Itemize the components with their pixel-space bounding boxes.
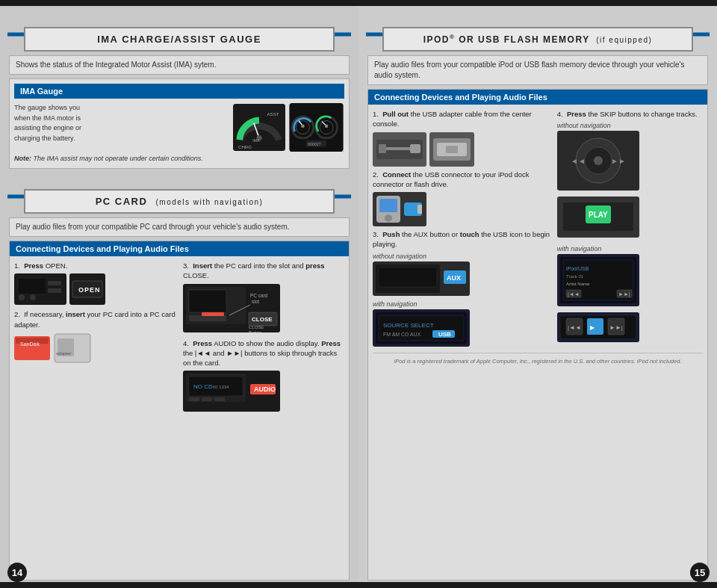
svg-text:ASST: ASST (267, 111, 279, 117)
svg-text:AUDIO: AUDIO (254, 386, 276, 393)
svg-text:CLOSE: CLOSE (249, 325, 264, 329)
svg-rect-35 (189, 315, 226, 321)
svg-rect-36 (202, 312, 224, 316)
svg-text:NO CD: NO CD (193, 383, 213, 390)
ipod-title: IPOD® OR USB FLASH MEMORY (423, 34, 594, 45)
step3-aux-image: AUX (373, 261, 551, 299)
right-connecting-box: Connecting Devices and Playing Audio Fil… (367, 89, 708, 581)
svg-rect-68 (418, 205, 422, 214)
ima-gauge-svg1: CHRG ASST IMA (233, 103, 285, 152)
step3-image-container: CLOSE PC card slot CLOSE Button (183, 284, 344, 335)
ima-gauge-content: The gauge shows you when the IMA motor i… (14, 103, 344, 164)
ima-banner-line-left (7, 32, 24, 36)
svg-text:IMA: IMA (252, 138, 260, 143)
step2-connect-images (373, 192, 551, 226)
step3-bold2: press (305, 261, 324, 270)
right-page: IPOD® OR USB FLASH MEMORY (if equipped) … (358, 0, 717, 588)
top-bar-left (0, 0, 358, 6)
svg-text:|◄◄: |◄◄ (568, 324, 581, 331)
pc-card-title: PC CARD (96, 196, 148, 207)
right-connecting-content: 1. Pull out the USB adapter cable from t… (368, 105, 707, 372)
left-steps-col1: 1. Press OPEN. (14, 261, 176, 415)
svg-text:CLOSE: CLOSE (252, 316, 273, 323)
svg-rect-65 (379, 199, 397, 212)
ipod-line-right (693, 32, 710, 36)
with-nav-label2: with navigation (557, 245, 703, 253)
step1-pull: Pull out (382, 110, 409, 118)
svg-text:USB: USB (438, 331, 451, 338)
left-page: IMA CHARGE/ASSIST GAUGE Shows the status… (0, 0, 358, 588)
svg-rect-71 (379, 267, 437, 287)
without-nav-label1: without navigation (373, 253, 551, 260)
svg-text:◄◄: ◄◄ (571, 157, 586, 165)
svg-text:FM  AM  CD  AUX: FM AM CD AUX (383, 332, 421, 337)
gauge-text-l3: assisting the engine or (14, 124, 81, 131)
page-num-left: 14 (7, 563, 27, 582)
step3-push: Push (382, 230, 400, 238)
pc-card-subtitle: (models with navigation) (156, 198, 264, 206)
svg-text:SanDisk: SanDisk (20, 341, 40, 347)
pc-card-banner-wrapper: PC CARD (models with navigation) (24, 179, 335, 214)
step3-label: 3. Insert the PC card into the slot and … (183, 261, 344, 281)
ima-gauge-text: The gauge shows you when the IMA motor i… (14, 103, 227, 164)
svg-rect-49 (189, 397, 199, 401)
right-col-left: 1. Pull out the USB adapter cable from t… (373, 109, 551, 350)
right-connecting-title: Connecting Devices and Playing Audio Fil… (368, 90, 707, 105)
svg-text:Button: Button (249, 330, 261, 332)
step1-usb-images (373, 132, 551, 167)
pc-card-line-left (7, 194, 24, 198)
bottom-bar-left (0, 582, 358, 588)
ipod-footnote: iPod is a registered trademark of Apple … (373, 353, 703, 368)
right-two-col: 1. Pull out the USB adapter cable from t… (373, 109, 703, 350)
right-col-right: 4. Press the SKIP buttons to change trac… (557, 109, 703, 350)
right-step1: 1. Pull out the USB adapter cable from t… (373, 109, 551, 129)
page-num-right: 15 (690, 563, 710, 582)
svg-text:►►|: ►►| (609, 324, 623, 331)
svg-text:00 1234: 00 1234 (213, 385, 229, 389)
pc-card-desc-box: Play audio files from your compatible PC… (9, 217, 350, 237)
svg-rect-51 (214, 397, 225, 401)
step4-bold1: Press (193, 339, 212, 347)
step2-connect: Connect (382, 170, 411, 179)
step1-bold: Press (24, 261, 43, 270)
svg-text:PLAY: PLAY (589, 211, 608, 219)
insert-slot-svg: CLOSE PC card slot CLOSE Button (183, 284, 280, 332)
skip-no-nav-svg1: ◄◄ ►► (557, 131, 639, 191)
note-text: The IMA assist may not operate under cer… (31, 155, 203, 162)
svg-rect-50 (202, 397, 212, 401)
svg-text:|◄◄: |◄◄ (568, 291, 580, 297)
svg-text:CHRG: CHRG (238, 144, 252, 149)
gauge-text-l4: charging the battery. (14, 134, 75, 142)
svg-text:Track 01: Track 01 (566, 274, 584, 279)
svg-text:►►|: ►►| (618, 291, 630, 297)
svg-text:SOURCE SELECT: SOURCE SELECT (383, 322, 434, 329)
svg-rect-57 (410, 144, 420, 153)
svg-point-10 (301, 124, 305, 128)
step2-label: 2. If necessary, insert your PC card int… (14, 309, 176, 329)
step3-touch: touch (460, 230, 479, 238)
svg-rect-58 (379, 144, 386, 153)
top-bar-right (358, 0, 717, 6)
svg-rect-19 (48, 281, 61, 285)
ima-gauge-images: CHRG ASST IMA (233, 103, 344, 152)
ima-desc-box: Shows the status of the Integrated Motor… (9, 55, 350, 75)
ima-desc-text: Shows the status of the Integrated Motor… (16, 61, 216, 69)
step4-label: 4. Press AUDIO to show the audio display… (183, 338, 344, 368)
gauge-text-l1: The gauge shows you (14, 104, 80, 111)
step1-images: OPEN (14, 273, 176, 305)
svg-rect-18 (18, 278, 46, 294)
skip-with-nav-svg1: iPod/USB Track 01 Artist Name |◄◄ ►►| (557, 254, 639, 306)
audio-svg: NO CD 00 1234 AUDIO (183, 371, 280, 412)
svg-text:000027: 000027 (308, 142, 321, 146)
step1-label: 1. Press OPEN. (14, 261, 176, 270)
svg-text:▶: ▶ (590, 324, 595, 331)
step2-bold: insert (66, 310, 85, 318)
right-desc-text: Play audio files from your compatible iP… (374, 61, 684, 79)
ima-gauge-box: IMA Gauge The gauge shows you when the I… (9, 78, 350, 169)
ipod-subtitle: (if equipped) (596, 36, 652, 44)
bottom-bar-right (358, 582, 717, 588)
right-step2: 2. Connect the USB connector to your iPo… (373, 170, 551, 190)
svg-point-21 (19, 294, 25, 300)
ima-title-banner: IMA CHARGE/ASSIST GAUGE (24, 27, 335, 52)
ipod-svg (373, 192, 426, 226)
